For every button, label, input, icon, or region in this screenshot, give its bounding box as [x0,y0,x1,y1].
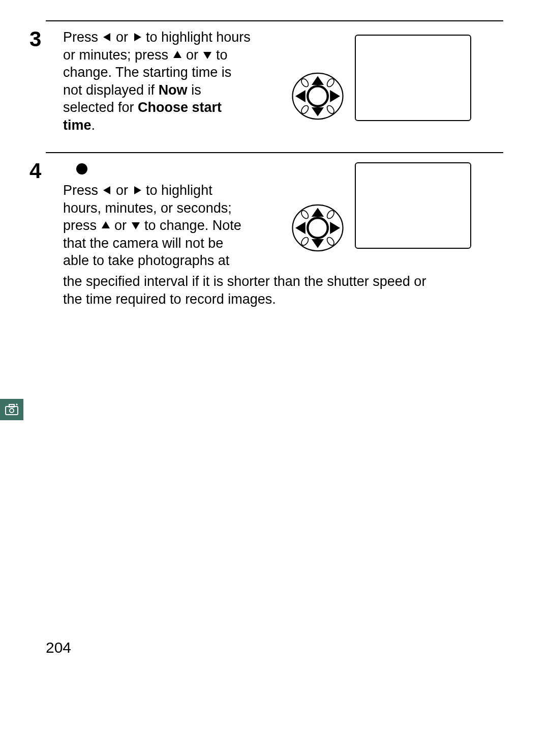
step-4-body: Press or to highlight hours, minutes, or… [63,182,251,270]
down-arrow-icon [202,50,212,60]
screen-preview-2 [355,162,471,249]
svg-marker-8 [295,90,306,102]
step-4-dot-icon [76,163,87,175]
step3-text-4: or [182,47,202,63]
step4-text-4: or [111,218,131,233]
step-number-3: 3 [29,28,41,50]
svg-marker-9 [330,90,340,102]
step3-bold-now: Now [159,82,188,98]
rule-mid [46,152,503,153]
svg-marker-2 [173,51,181,58]
step-4-continuation: the specified interval if it is shorter … [63,273,444,308]
svg-marker-15 [134,186,141,194]
svg-marker-1 [134,33,141,41]
svg-point-30 [10,409,14,413]
svg-marker-7 [312,107,324,117]
svg-rect-29 [9,404,14,407]
svg-marker-3 [203,52,211,59]
multiselector-icon [290,68,346,124]
svg-rect-28 [6,406,18,415]
right-arrow-icon [132,185,142,195]
up-arrow-icon [172,50,182,60]
screen-preview-1 [355,35,471,121]
right-arrow-icon [132,32,142,42]
down-arrow-icon [131,220,141,230]
multiselector-icon [290,200,346,256]
side-tab-camera-icon [0,399,23,420]
step4-text-2: or [112,183,132,198]
svg-marker-23 [330,222,340,234]
step-3-body: Press or to highlight hours or minutes; … [63,28,251,134]
step4-text-1: Press [63,183,102,198]
left-arrow-icon [102,185,112,195]
svg-marker-31 [16,403,18,405]
svg-marker-21 [312,239,324,248]
svg-marker-20 [312,208,324,217]
step-number-4: 4 [29,160,41,182]
svg-marker-0 [103,33,110,41]
step3-text-2: or [112,30,132,45]
svg-marker-22 [295,222,306,234]
step3-text-1: Press [63,30,102,45]
step3-text-end: . [92,118,96,133]
svg-marker-6 [312,76,324,85]
step-4: 4 Press or to highlight hours, minutes, … [46,160,503,308]
svg-marker-14 [103,186,110,194]
manual-page: 3 Press or to highlight hours or minutes… [0,0,549,756]
step-3: 3 Press or to highlight hours or minutes… [46,28,503,134]
svg-point-5 [308,86,328,106]
left-arrow-icon [102,32,112,42]
up-arrow-icon [101,220,111,230]
svg-marker-17 [132,222,140,229]
svg-point-19 [308,218,328,238]
rule-top [46,20,503,21]
svg-marker-16 [102,221,110,228]
page-number: 204 [46,639,71,656]
